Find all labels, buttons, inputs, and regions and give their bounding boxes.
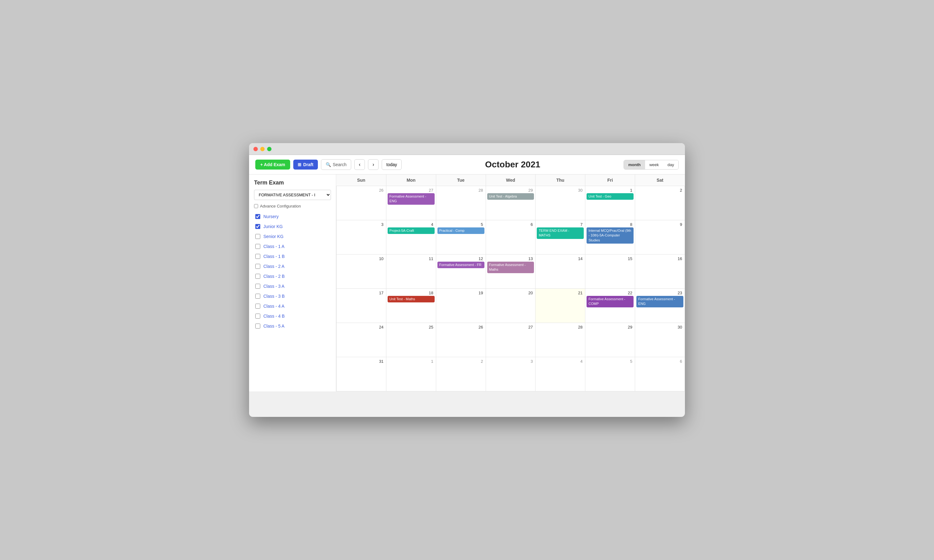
calendar-cell[interactable]: 7TERM END EXAM - MATHS bbox=[535, 220, 585, 254]
event-pill[interactable]: Project-5A-Craft bbox=[388, 228, 435, 234]
class-checkbox-6[interactable] bbox=[255, 274, 260, 279]
calendar-cell[interactable]: 29 bbox=[585, 323, 635, 357]
class-item[interactable]: Junior KG bbox=[254, 222, 331, 231]
calendar-cell[interactable]: 28 bbox=[436, 186, 485, 220]
calendar-cell[interactable]: 6 bbox=[635, 357, 685, 391]
term-select[interactable]: FORMATIVE ASSESSMENT - I FORMATIVE ASSES… bbox=[254, 190, 331, 200]
class-checkbox-0[interactable] bbox=[255, 214, 260, 219]
calendar-cell[interactable]: 4 bbox=[535, 357, 585, 391]
search-button[interactable]: 🔍 Search bbox=[321, 159, 351, 170]
event-pill[interactable]: Unit Test - Geo bbox=[587, 193, 633, 200]
class-checkbox-1[interactable] bbox=[255, 224, 260, 229]
prev-button[interactable]: ‹ bbox=[354, 159, 365, 170]
calendar-cell[interactable]: 30 bbox=[635, 323, 685, 357]
calendar-cell[interactable]: 5Practical - Comp bbox=[436, 220, 485, 254]
class-checkbox-8[interactable] bbox=[255, 294, 260, 298]
calendar-cell[interactable]: 14 bbox=[535, 254, 585, 289]
class-item[interactable]: Class - 3 B bbox=[254, 292, 331, 300]
advance-config-checkbox[interactable] bbox=[254, 204, 258, 208]
class-label: Class - 5 A bbox=[264, 323, 285, 329]
calendar-cell[interactable]: 1 bbox=[386, 357, 436, 391]
class-item[interactable]: Class - 5 A bbox=[254, 322, 331, 331]
day-number: 30 bbox=[637, 324, 683, 330]
calendar-cell[interactable]: 21 bbox=[535, 289, 585, 323]
class-checkbox-9[interactable] bbox=[255, 304, 260, 309]
calendar-cell[interactable]: 22Formative Assessment - COMP bbox=[585, 289, 635, 323]
calendar-cell[interactable]: 28 bbox=[535, 323, 585, 357]
today-button[interactable]: today bbox=[382, 159, 402, 170]
class-checkbox-5[interactable] bbox=[255, 264, 260, 269]
calendar-cell[interactable]: 16 bbox=[635, 254, 685, 289]
event-pill[interactable]: Internal MCQ/Prac/Oral (9th - 10th)-5A-C… bbox=[587, 228, 633, 244]
calendar-cell[interactable]: 25 bbox=[386, 323, 436, 357]
class-item[interactable]: Class - 1 B bbox=[254, 252, 331, 261]
calendar-cell[interactable]: 13Formative Assessment - Maths bbox=[485, 254, 535, 289]
calendar-cell[interactable]: 18Unit Test - Maths bbox=[386, 289, 436, 323]
class-checkbox-2[interactable] bbox=[255, 234, 260, 239]
calendar-cell[interactable]: 2 bbox=[436, 357, 485, 391]
calendar-cell[interactable]: 26 bbox=[336, 186, 386, 220]
calendar-cell[interactable]: 10 bbox=[336, 254, 386, 289]
calendar-cell[interactable]: 29Unit Test - Algebra bbox=[485, 186, 535, 220]
maximize-button[interactable] bbox=[267, 147, 271, 151]
calendar-cell[interactable]: 5 bbox=[585, 357, 635, 391]
close-button[interactable] bbox=[253, 147, 258, 151]
event-pill[interactable]: Formative Assessment - ENG bbox=[388, 193, 435, 205]
calendar-cell[interactable]: 9 bbox=[635, 220, 685, 254]
day-number: 7 bbox=[537, 222, 584, 228]
week-view-button[interactable]: week bbox=[645, 160, 663, 169]
minimize-button[interactable] bbox=[260, 147, 265, 151]
event-pill[interactable]: Unit Test - Algebra bbox=[487, 193, 534, 200]
event-pill[interactable]: Unit Test - Maths bbox=[388, 296, 435, 302]
calendar-cell[interactable]: 3 bbox=[485, 357, 535, 391]
calendar-cell[interactable]: 4Project-5A-Craft bbox=[386, 220, 436, 254]
event-pill[interactable]: TERM END EXAM - MATHS bbox=[537, 228, 584, 239]
calendar-cell[interactable]: 17 bbox=[336, 289, 386, 323]
traffic-lights bbox=[253, 147, 271, 151]
class-item[interactable]: Class - 2 B bbox=[254, 272, 331, 281]
add-exam-button[interactable]: + Add Exam bbox=[255, 160, 290, 169]
calendar-cell[interactable]: 27Formative Assessment - ENG bbox=[386, 186, 436, 220]
calendar-cell[interactable]: 11 bbox=[386, 254, 436, 289]
calendar-cell[interactable]: 2 bbox=[635, 186, 685, 220]
calendar-cell[interactable]: 26 bbox=[436, 323, 485, 357]
class-item[interactable]: Nursery bbox=[254, 212, 331, 221]
event-pill[interactable]: Formative Assessment - COMP bbox=[587, 296, 633, 308]
calendar-cell[interactable]: 27 bbox=[485, 323, 535, 357]
class-label: Class - 4 B bbox=[264, 314, 285, 318]
day-number: 28 bbox=[537, 324, 584, 330]
calendar-cell[interactable]: 15 bbox=[585, 254, 635, 289]
calendar-cell[interactable]: 23Formative Assessment - ENG bbox=[635, 289, 685, 323]
next-button[interactable]: › bbox=[368, 159, 379, 170]
class-checkbox-7[interactable] bbox=[255, 284, 260, 289]
class-item[interactable]: Class - 4 B bbox=[254, 312, 331, 320]
calendar-cell[interactable]: 12Formative Assessment - FR bbox=[436, 254, 485, 289]
class-item[interactable]: Class - 2 A bbox=[254, 262, 331, 271]
class-checkbox-11[interactable] bbox=[255, 323, 260, 329]
titlebar bbox=[249, 143, 685, 155]
calendar-cell[interactable]: 20 bbox=[485, 289, 535, 323]
day-view-button[interactable]: day bbox=[663, 160, 678, 169]
event-pill[interactable]: Formative Assessment - FR bbox=[438, 262, 484, 268]
class-item[interactable]: Class - 1 A bbox=[254, 242, 331, 251]
calendar-cell[interactable]: 24 bbox=[336, 323, 386, 357]
calendar-cell[interactable]: 6 bbox=[485, 220, 535, 254]
class-item[interactable]: Class - 3 A bbox=[254, 282, 331, 291]
month-view-button[interactable]: month bbox=[624, 160, 645, 169]
event-pill[interactable]: Practical - Comp bbox=[438, 228, 484, 234]
class-item[interactable]: Senior KG bbox=[254, 232, 331, 241]
calendar-cell[interactable]: 31 bbox=[336, 357, 386, 391]
class-checkbox-3[interactable] bbox=[255, 244, 260, 249]
draft-button[interactable]: ⊞ Draft bbox=[293, 160, 318, 169]
calendar-cell[interactable]: 30 bbox=[535, 186, 585, 220]
event-pill[interactable]: Formative Assessment - Maths bbox=[487, 262, 534, 273]
calendar-cell[interactable]: 19 bbox=[436, 289, 485, 323]
class-checkbox-4[interactable] bbox=[255, 254, 260, 259]
class-checkbox-10[interactable] bbox=[255, 314, 260, 318]
class-item[interactable]: Class - 4 A bbox=[254, 302, 331, 311]
calendar-cell[interactable]: 1Unit Test - Geo bbox=[585, 186, 635, 220]
calendar-cell[interactable]: 8Internal MCQ/Prac/Oral (9th - 10th)-5A-… bbox=[585, 220, 635, 254]
calendar-cell[interactable]: 3 bbox=[336, 220, 386, 254]
event-pill[interactable]: Formative Assessment - ENG bbox=[637, 296, 683, 308]
day-number: 5 bbox=[587, 358, 633, 364]
